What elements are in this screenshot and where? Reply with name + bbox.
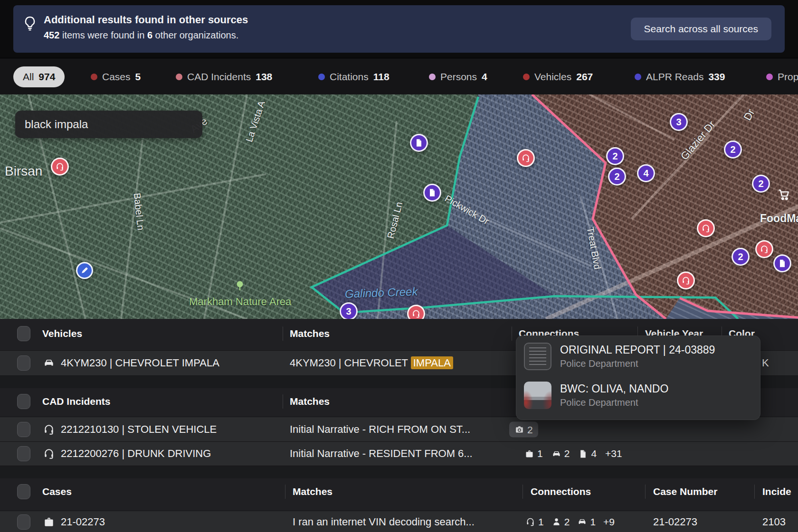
banner-subtitle-text2: other organizations. — [152, 30, 238, 40]
match-prefix: 4KYM230 | CHEVROLET — [290, 357, 411, 369]
plus-count: +31 — [605, 448, 622, 459]
matches-header: Matches — [290, 328, 330, 339]
tree-icon — [234, 280, 246, 292]
cluster-count: 2 — [758, 178, 763, 189]
map-canvas[interactable]: Birsan Ave La Vista A Babel Ln Rosal Ln … — [0, 94, 798, 319]
cluster-marker[interactable]: 3 — [670, 113, 688, 131]
more-connections[interactable]: +31 — [605, 448, 622, 459]
cluster-marker[interactable]: 4 — [637, 164, 655, 182]
column-divider — [754, 485, 755, 499]
vehicles-header: Vehicles — [42, 328, 82, 339]
cad-match: Initial Narrative - RICH FROM ON ST... — [290, 423, 470, 436]
tab-citations-count: 118 — [373, 71, 390, 83]
cases-header: Cases — [42, 486, 72, 497]
tab-alpr-reads[interactable]: ALPR Reads 339 — [635, 58, 725, 95]
case-connection: 1 — [524, 448, 543, 459]
case-number-header: Case Number — [653, 486, 717, 497]
vehicle-connection: 1 — [577, 516, 596, 528]
select-all-vehicles-checkbox[interactable] — [17, 326, 30, 341]
select-all-cad-checkbox[interactable] — [17, 394, 30, 409]
tab-cases-count: 5 — [135, 71, 141, 83]
cluster-marker[interactable]: 3 — [340, 302, 358, 319]
cad-match: Initial Narrative - RESIDENT FROM 6... — [290, 448, 473, 460]
cad-incident-marker[interactable] — [51, 158, 69, 176]
map-label-markham-nature-area: Markham Nature Area — [189, 296, 291, 308]
case-title: 21-02273 — [61, 516, 105, 528]
cad-incident-marker[interactable] — [755, 240, 773, 258]
cluster-marker[interactable]: 2 — [606, 147, 624, 165]
app-screen: Additional results found in other source… — [0, 0, 798, 532]
popup-bwc-title: BWC: OLIVA, NANDO — [560, 383, 668, 395]
row-checkbox[interactable] — [17, 422, 30, 437]
tab-all[interactable]: All 974 — [13, 66, 65, 87]
tab-cases[interactable]: Cases 5 — [91, 58, 141, 95]
row-checkbox[interactable] — [17, 446, 30, 461]
tab-vehicles-label: Vehicles — [534, 71, 571, 83]
tab-alpr-count: 339 — [708, 71, 725, 83]
map-search-input[interactable] — [15, 111, 202, 138]
popup-report-org: Police Department — [560, 358, 638, 369]
document-count: 4 — [591, 448, 597, 459]
cluster-count: 2 — [738, 252, 743, 262]
headset-count: 1 — [538, 516, 544, 528]
cad-result-row[interactable]: 2212210130 | STOLEN VEHICLE Initial Narr… — [0, 417, 798, 442]
connections-popup: ORIGINAL REPORT | 24-03889 Police Depart… — [516, 336, 760, 420]
banner-subtitle: 452 items were found in 6 other organiza… — [44, 30, 238, 41]
case-result-row[interactable]: 21-02273 I ran an internet VIN decoding … — [0, 511, 798, 532]
map-label-foodmaxx: FoodMa — [760, 212, 798, 225]
popup-report-item[interactable]: ORIGINAL REPORT | 24-03889 Police Depart… — [524, 343, 753, 372]
cad-title: 2212210130 | STOLEN VEHICLE — [61, 423, 217, 436]
banner-item-count: 452 — [44, 30, 59, 40]
tab-property[interactable]: Prop — [766, 58, 798, 95]
cart-icon — [777, 187, 791, 202]
tab-citations-label: Citations — [330, 71, 369, 83]
cad-incident-marker[interactable] — [697, 219, 715, 237]
vehicle-match: 4KYM230 | CHEVROLET IMPALA — [290, 357, 453, 369]
tab-cases-label: Cases — [102, 71, 131, 83]
cad-incident-marker[interactable] — [407, 305, 425, 319]
banner-subtitle-text1: items were found in — [59, 30, 147, 40]
bwc-thumbnail — [524, 382, 551, 409]
person-count: 2 — [564, 516, 570, 528]
cluster-marker[interactable]: 2 — [608, 168, 626, 186]
connections-header: Connections — [531, 486, 591, 497]
cad-dot-icon — [176, 74, 182, 80]
vehicles-dot-icon — [523, 74, 530, 80]
cluster-count: 2 — [614, 171, 619, 182]
tab-vehicles[interactable]: Vehicles 267 — [523, 58, 593, 95]
report-marker[interactable] — [423, 184, 441, 202]
matches-header: Matches — [290, 396, 330, 407]
tab-persons-count: 4 — [482, 71, 487, 83]
car-count: 1 — [590, 516, 596, 528]
report-marker[interactable] — [773, 254, 791, 272]
tab-persons[interactable]: Persons 4 — [429, 58, 487, 95]
report-thumbnail — [524, 343, 551, 370]
report-marker[interactable] — [410, 134, 428, 152]
cad-result-row[interactable]: 2212200276 | DRUNK DRIVING Initial Narra… — [0, 441, 798, 466]
banner-org-count: 6 — [147, 30, 152, 40]
citation-marker[interactable] — [76, 262, 93, 279]
tab-all-label: All — [23, 71, 34, 83]
cluster-marker[interactable]: 2 — [752, 175, 770, 193]
select-all-cases-checkbox[interactable] — [17, 484, 30, 499]
popup-bwc-item[interactable]: BWC: OLIVA, NANDO Police Department — [524, 382, 753, 411]
popup-report-title: ORIGINAL REPORT | 24-03889 — [560, 344, 715, 356]
row-checkbox[interactable] — [17, 355, 30, 371]
more-connections[interactable]: +9 — [603, 516, 615, 528]
cluster-marker[interactable]: 2 — [732, 248, 750, 266]
cluster-count: 2 — [730, 144, 735, 155]
tab-cad-incidents[interactable]: CAD Incidents 138 — [176, 58, 272, 95]
cluster-marker[interactable]: 2 — [724, 140, 742, 159]
camera-count-badge[interactable]: 2 — [509, 422, 538, 438]
alpr-dot-icon — [635, 74, 641, 80]
result-type-tabs: All 974 Cases 5 CAD Incidents 138 Citati… — [0, 58, 798, 95]
search-all-sources-button[interactable]: Search across all sources — [631, 18, 771, 40]
tab-citations[interactable]: Citations 118 — [318, 58, 390, 95]
tab-vehicles-count: 267 — [576, 71, 593, 83]
property-dot-icon — [766, 74, 773, 80]
cad-incident-marker[interactable] — [517, 149, 535, 167]
cad-incident-marker[interactable] — [677, 271, 695, 289]
row-checkbox[interactable] — [17, 514, 30, 530]
popup-bwc-org: Police Department — [560, 397, 638, 408]
case-connections: 1 2 1 +9 — [525, 516, 615, 528]
